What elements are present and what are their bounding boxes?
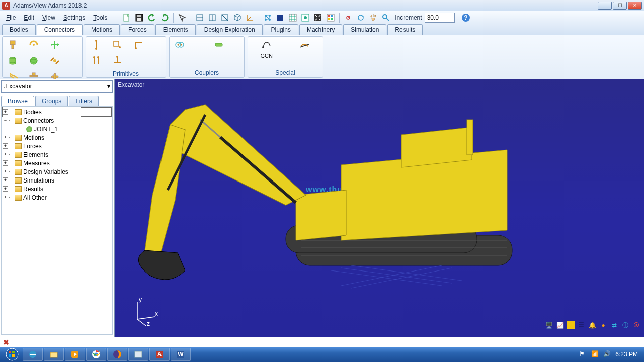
rotate-icon[interactable] [355,12,366,23]
taskbar-firefox[interactable] [107,348,127,361]
tray-monitor-icon[interactable]: 🖥️ [544,321,553,330]
taskbar-app1[interactable] [128,348,148,361]
taskbar-ie[interactable] [23,348,43,361]
expand-icon[interactable]: + [3,160,8,166]
tray-stop-icon[interactable]: ⦿ [632,321,641,330]
expand-icon[interactable]: + [3,169,8,174]
select-icon[interactable] [177,12,188,23]
view-right-icon[interactable] [207,12,218,23]
constant-velocity-joint-icon[interactable] [49,55,61,67]
menu-file[interactable]: File [2,13,20,23]
tab-plugins[interactable]: Plugins [264,24,298,35]
increment-input[interactable]: 30.0 [425,13,455,23]
tab-design-exploration[interactable]: Design Exploration [197,24,263,35]
tray-info-icon[interactable]: ⓘ [621,321,630,330]
pan-icon[interactable] [368,12,379,23]
tree-node-forces[interactable]: +Forces [3,142,111,150]
tab-bodies[interactable]: Bodies [2,24,36,35]
center-icon[interactable] [343,12,354,23]
tray-bell-icon[interactable]: 🔔 [588,321,597,330]
clock[interactable]: 6:23 PM [615,351,638,358]
browser-tab-browse[interactable]: Browse [1,96,34,106]
expand-icon[interactable]: + [3,195,8,200]
tray-flag-icon[interactable]: ⚑ [579,350,587,358]
expand-icon[interactable]: + [3,177,8,183]
start-button[interactable] [2,347,22,361]
menu-tools[interactable]: Tools [89,13,111,23]
view-top-icon[interactable] [219,12,230,23]
fixed-joint-icon[interactable] [7,39,19,51]
browser-tab-groups[interactable]: Groups [35,96,68,106]
tab-simulation[interactable]: Simulation [343,24,386,35]
view-front-icon[interactable] [194,12,205,23]
zoom-icon[interactable] [380,12,391,23]
maximize-button[interactable]: ☐ [613,2,627,10]
special-2d-contact-icon[interactable] [298,39,310,51]
tree-node-measures[interactable]: +Measures [3,159,111,167]
tab-forces[interactable]: Forces [121,24,154,35]
tray-note-icon[interactable] [567,321,575,329]
tree-node-all-other[interactable]: +All Other [3,193,111,202]
axes-icon[interactable] [245,12,256,23]
tray-chart-icon[interactable]: 📈 [555,321,565,330]
inplane-primitive-icon[interactable] [111,39,123,51]
expand-icon[interactable]: + [3,109,8,115]
viewport-3d[interactable]: Excavator www.thundershare.net [115,79,644,347]
tree-node-motions[interactable]: +Motions [3,133,111,142]
wireframe-icon[interactable] [262,12,273,23]
cylindrical-joint-icon[interactable] [7,55,19,67]
inline-primitive-icon[interactable] [90,39,102,51]
tab-results[interactable]: Results [387,24,423,35]
expand-icon[interactable]: + [3,143,8,149]
tree-node-joint1[interactable]: JOINT_1 [3,125,111,133]
help-icon[interactable]: ? [460,12,471,23]
coupler-icon[interactable] [174,39,186,51]
tab-machinery[interactable]: Machinery [299,24,342,35]
expand-icon[interactable]: + [3,135,8,140]
tree-node-bodies[interactable]: +Bodies [3,108,111,116]
tree-node-results[interactable]: +Results [3,185,111,193]
undo-icon[interactable] [146,12,157,23]
menu-settings[interactable]: Settings [59,13,89,23]
tree-node-elements[interactable]: +Elements [3,150,111,159]
menu-view[interactable]: View [38,13,59,23]
shaded-icon[interactable] [275,12,286,23]
save-icon[interactable] [134,12,145,23]
taskbar-chrome[interactable] [86,348,106,361]
tab-connectors[interactable]: Connectors [37,24,83,35]
revolute-joint-icon[interactable] [28,39,40,51]
tray-net-icon[interactable]: ⇄ [610,321,619,330]
fit-icon[interactable] [312,12,324,23]
grid-icon[interactable] [287,12,298,23]
tree-node-design-variables[interactable]: +Design Variables [3,167,111,176]
cancel-icon[interactable]: ✖ [3,338,9,346]
browser-tab-filters[interactable]: Filters [69,96,99,106]
taskbar-explorer[interactable] [44,348,64,361]
spherical-joint-icon[interactable] [28,55,40,67]
gear-coupler-icon[interactable] [213,39,225,51]
special-curve-icon[interactable] [261,39,273,51]
expand-icon[interactable]: + [3,152,8,157]
expand-icon[interactable]: + [3,186,8,192]
close-button[interactable]: ✕ [628,2,642,10]
tray-sound-icon[interactable]: 🔊 [603,350,611,358]
redo-icon[interactable] [159,12,170,23]
tray-disk-icon[interactable]: ● [599,321,608,330]
parallel-axis-icon[interactable] [90,55,102,67]
visibility-icon[interactable] [300,12,311,23]
translational-joint-icon[interactable] [49,39,61,51]
new-icon[interactable] [121,12,132,23]
tab-motions[interactable]: Motions [84,24,120,35]
collapse-icon[interactable]: − [3,118,8,123]
tree-node-connectors[interactable]: −Connectors [3,116,111,125]
render-icon[interactable] [325,12,336,23]
model-selector[interactable]: .Excavator ▾ [1,80,113,93]
taskbar-word[interactable]: W [171,348,191,361]
tray-network-icon[interactable]: 📶 [591,350,599,358]
perpendicular-icon[interactable] [111,55,123,67]
menu-edit[interactable]: Edit [20,13,38,23]
tray-list-icon[interactable]: ☰ [577,321,586,330]
taskbar-media[interactable] [65,348,85,361]
view-iso-icon[interactable] [232,12,243,23]
taskbar-adams[interactable]: A [149,348,170,361]
